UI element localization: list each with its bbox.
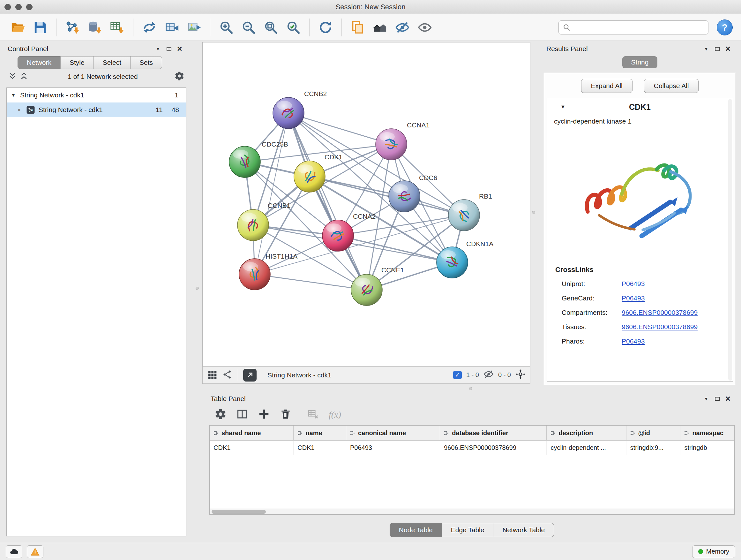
panel-close-icon[interactable]: × — [723, 44, 733, 54]
network-view-canvas[interactable]: CCNB2CCNA1CDC25BCDK1CDC6RB1CCNB1CCNA2CDK… — [202, 42, 530, 367]
column-header-database-identifier[interactable]: database identifier — [440, 426, 547, 440]
splitter-handle[interactable] — [196, 287, 199, 290]
import-network-database-button[interactable] — [85, 17, 105, 37]
crosslink-value-link[interactable]: 9606.ENSP00000378699 — [622, 309, 697, 316]
column-header-canonical-name[interactable]: canonical name — [346, 426, 440, 440]
selected-nodes-checkbox-icon[interactable]: ✓ — [453, 371, 462, 379]
node-CCNA1[interactable] — [376, 129, 407, 160]
collapse-all-networks-icon[interactable] — [8, 72, 18, 81]
node-CDC25B[interactable] — [229, 146, 260, 178]
splitter-handle[interactable] — [532, 211, 535, 214]
hidden-eye-icon[interactable] — [483, 369, 494, 381]
results-scrollbar[interactable] — [728, 99, 732, 381]
tab-network-table[interactable]: Network Table — [493, 523, 554, 537]
import-network-file-button[interactable] — [63, 17, 82, 37]
panel-menu-icon[interactable]: ▼ — [701, 44, 712, 54]
splitter-handle[interactable] — [469, 387, 472, 390]
table-settings-gear-icon[interactable] — [214, 408, 226, 422]
node-CDKN1A[interactable] — [436, 247, 468, 278]
crosslink-value-link[interactable]: P06493 — [622, 294, 645, 302]
edge-CCNB2-CCNE1[interactable] — [288, 113, 367, 290]
show-columns-icon[interactable] — [236, 408, 248, 422]
column-label: canonical name — [358, 429, 406, 437]
node-label-CDK1: CDK1 — [325, 153, 342, 161]
tab-network[interactable]: Network — [17, 56, 61, 69]
node-CCNA2[interactable] — [322, 220, 354, 251]
delete-column-trash-icon[interactable] — [280, 408, 292, 422]
network-options-gear-icon[interactable] — [174, 71, 185, 82]
column-header-description[interactable]: description — [547, 426, 626, 440]
panel-float-icon[interactable] — [163, 44, 174, 54]
panel-float-icon[interactable] — [712, 393, 723, 404]
node-HIST1H1A[interactable] — [239, 259, 270, 290]
panel-menu-icon[interactable]: ▼ — [152, 44, 163, 54]
add-column-icon[interactable] — [258, 408, 270, 422]
home-houses-button[interactable] — [370, 17, 390, 37]
zoom-out-button[interactable] — [239, 17, 258, 37]
edge-CCNA2-CDKN1A[interactable] — [338, 236, 452, 262]
node-RB1[interactable] — [448, 199, 480, 231]
expand-all-networks-icon[interactable] — [20, 72, 29, 81]
network-collection-row[interactable]: ▼ String Network - cdk1 1 — [7, 88, 186, 103]
entry-collapse-icon[interactable]: ▼ — [560, 104, 565, 110]
help-button[interactable]: ? — [717, 19, 733, 36]
warnings-button[interactable] — [27, 545, 44, 558]
node-CCNB1[interactable] — [238, 209, 269, 241]
export-network-button[interactable] — [243, 369, 257, 381]
node-CCNB2[interactable] — [273, 98, 304, 129]
edge-CCNB2-HIST1H1A[interactable] — [255, 113, 288, 274]
eye-hide-button[interactable] — [393, 17, 412, 37]
node-CDK1[interactable] — [294, 161, 325, 192]
table-from-network-button[interactable] — [162, 17, 181, 37]
crosslink-value-link[interactable]: P06493 — [622, 280, 645, 288]
tree-expand-icon[interactable]: ▼ — [11, 92, 20, 98]
save-session-button[interactable] — [30, 17, 50, 37]
panel-close-icon[interactable]: × — [174, 44, 185, 54]
column-header-namespac[interactable]: namespac — [680, 426, 734, 440]
expand-all-button[interactable]: Expand All — [581, 79, 632, 93]
crosslink-value-link[interactable]: P06493 — [622, 337, 645, 345]
edge-HIST1H1A-CCNE1[interactable] — [255, 274, 367, 290]
memory-button[interactable]: Memory — [692, 545, 735, 558]
pan-crosshair-icon[interactable] — [515, 369, 526, 381]
edge-CDK1-RB1[interactable] — [310, 177, 464, 215]
import-table-file-button[interactable] — [108, 17, 127, 37]
network-row-selected[interactable]: ● String Network - cdk1 11 48 — [7, 103, 186, 117]
tab-sets[interactable]: Sets — [130, 56, 162, 69]
search-input[interactable] — [574, 21, 704, 34]
table-row[interactable]: CDK1CDK1P064939606.ENSP00000378699cyclin… — [210, 441, 734, 455]
scrollbar-thumb[interactable] — [212, 510, 266, 514]
tab-style[interactable]: Style — [60, 56, 94, 69]
search-box[interactable] — [558, 20, 709, 35]
open-session-button[interactable] — [8, 17, 27, 37]
collapse-all-button[interactable]: Collapse All — [644, 79, 699, 93]
string-network-graph[interactable]: CCNB2CCNA1CDC25BCDK1CDC6RB1CCNB1CCNA2CDK… — [203, 43, 530, 366]
panel-float-icon[interactable] — [712, 44, 723, 54]
tab-string[interactable]: String — [622, 56, 658, 68]
table-horizontal-scrollbar[interactable] — [210, 509, 734, 514]
column-header-shared-name[interactable]: shared name — [210, 426, 293, 440]
network-overview-icon[interactable] — [222, 369, 232, 381]
edge-CCNB2-CCNA1[interactable] — [288, 113, 391, 144]
crosslink-value-link[interactable]: 9606.ENSP00000378699 — [622, 323, 697, 331]
node-CCNE1[interactable] — [351, 274, 382, 306]
tab-node-table[interactable]: Node Table — [390, 523, 442, 537]
column-header-name[interactable]: name — [293, 426, 346, 440]
tab-select[interactable]: Select — [93, 56, 131, 69]
panel-close-icon[interactable]: × — [723, 393, 733, 404]
refresh-layout-icon — [318, 20, 333, 35]
refresh-layout-button[interactable] — [316, 17, 335, 37]
zoom-fit-button[interactable] — [261, 17, 280, 37]
panel-menu-icon[interactable]: ▼ — [701, 393, 712, 404]
column-header--id[interactable]: @id — [626, 426, 681, 440]
network-from-selection-button[interactable] — [140, 17, 159, 37]
birds-eye-grid-icon[interactable] — [207, 369, 217, 381]
node-CDC6[interactable] — [389, 181, 420, 212]
duplicate-document-button[interactable] — [348, 17, 367, 37]
zoom-selected-button[interactable] — [284, 17, 303, 37]
eye-show-button[interactable] — [415, 17, 434, 37]
zoom-in-button[interactable] — [217, 17, 236, 37]
tab-edge-table[interactable]: Edge Table — [442, 523, 494, 537]
export-image-button[interactable] — [185, 17, 204, 37]
cloud-button[interactable] — [6, 545, 22, 558]
